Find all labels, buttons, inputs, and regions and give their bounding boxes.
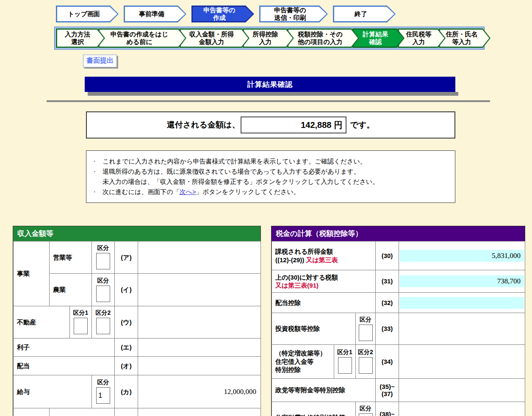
kubun2-field-34 [359, 357, 373, 374]
row-code: (エ) [115, 338, 138, 357]
refund-amount: 142,888 [301, 120, 331, 130]
row-label-38: 住宅耐震改修特別控除等 [272, 402, 356, 416]
kubun-cell: 区分 1 [92, 375, 115, 408]
tax-table-title: 税金の計算（税額控除等） [272, 226, 525, 241]
tab-resident-tax[interactable]: 住民税等 入力 [398, 28, 446, 48]
nav-top-item-top[interactable]: トップ画面 [56, 6, 119, 22]
next-link[interactable]: 次へ> [180, 188, 196, 195]
kubun-cell: 区分1 [70, 306, 92, 338]
refund-summary-box: 還付される金額は、 142,888 円 です。 [86, 111, 455, 139]
table-row: 住宅耐震改修特別控除等 区分 (38)~ (40) [272, 402, 525, 416]
nav-top-item-finish[interactable]: 終了 [333, 6, 396, 22]
row-value-31: 738,700 [399, 270, 525, 293]
table-row: 上の(30)に対する税額 又は第三表(91) (31) 738,700 [272, 270, 525, 293]
table-row: 事業 営業等 区分 (ア) [14, 241, 261, 274]
row-value-nogyo [138, 274, 261, 306]
table-row: （特定増改築等） 住宅借入金等 特別控除 区分1 区分2 (34) [272, 345, 525, 379]
kubun-field-kyuyo: 1 [96, 387, 110, 404]
tab-address-name[interactable]: 住所・氏名 等入力 [439, 28, 490, 48]
note-line: 未入力の場合は、「収入金額・所得金額を修正する」ボタンをクリックして入力してくだ… [86, 177, 451, 187]
table-row: 課税される所得金額 ((12)-(29)) 又は第三表 (30) 5,831,0… [272, 241, 525, 270]
bullet-icon: ・ [86, 156, 103, 166]
row-label-33: 投資税額等控除 [272, 313, 356, 345]
table-row: 不動産 区分1 区分2 (ウ) [14, 306, 261, 338]
row-value-eigyo [138, 241, 261, 274]
row-label-kyuyo: 給与 [14, 375, 92, 408]
refund-amount-box: 142,888 円 [241, 116, 346, 133]
note-line: ・ 退職所得のある方は、既に源泉徴収されている場合であっても入力する必要がありま… [86, 166, 451, 177]
nav-top-label: 申告書等の 作成 [191, 6, 254, 22]
table-row: 配当控除 (32) [272, 293, 525, 313]
kubun-cell: 区分2 [92, 306, 115, 338]
tab-label: 計算結果 確認 [352, 28, 405, 48]
highlighted-amount [400, 297, 524, 309]
row-code: (ウ) [115, 306, 138, 338]
step-tab-band: 入力方法 選択 申告書の作成をはじ める前に 収入金額・所得 金額入力 所得控除… [54, 27, 485, 50]
page-title-bar: 計算結果確認 [85, 77, 455, 96]
row-label-haito: 配当 [14, 357, 115, 375]
kubun-field-nogyo [96, 286, 110, 302]
nav-top-label: トップ画面 [56, 6, 119, 22]
income-table: 事業 営業等 区分 (ア) 農業 区分 (イ) 不動産 [13, 241, 261, 416]
row-code: (カ) [115, 375, 138, 408]
row-label-35: 政党等寄附金等特別控除 [272, 379, 376, 402]
kubun-field-38 [359, 413, 373, 416]
tab-income-deductions[interactable]: 所得控除 入力 [243, 28, 294, 48]
table-row: 配当 (オ) [14, 357, 261, 375]
row-code: (32) [376, 293, 399, 313]
highlighted-amount: 5,831,000 [400, 250, 524, 262]
table-row: 利子 (エ) [14, 338, 261, 357]
row-code: (30) [376, 241, 399, 270]
nav-top-item-create-return[interactable]: 申告書等の 作成 [191, 6, 254, 22]
note-text: 退職所得のある方は、既に源泉徴収されている場合であっても入力する必要があります。 [103, 166, 360, 177]
nav-top-item-preparation[interactable]: 事前準備 [124, 6, 186, 22]
refund-label: 還付される金額は、 [167, 119, 240, 130]
row-code: (オ) [115, 357, 138, 375]
tab-calculation-result[interactable]: 計算結果 確認 [352, 28, 405, 48]
row-label-34: （特定増改築等） 住宅借入金等 特別控除 [272, 345, 334, 379]
row-value-30: 5,831,000 [399, 241, 525, 270]
tab-label: 住民税等 入力 [398, 28, 446, 48]
row-label-nogyo: 農業 [50, 274, 92, 306]
submission-type-badge: 書面提出 [83, 55, 117, 67]
tab-label: 収入金額・所得 金額入力 [180, 28, 249, 48]
row-label-30: 課税される所得金額 ((12)-(29)) 又は第三表 [272, 241, 376, 270]
tax-table: 課税される所得金額 ((12)-(29)) 又は第三表 (30) 5,831,0… [272, 241, 525, 416]
table-row: 農業 区分 (イ) [14, 274, 261, 306]
top-navigation: トップ画面 事前準備 申告書等の 作成 申告書等の 送信・印刷 終了 [56, 6, 532, 22]
nav-top-label: 申告書等の 送信・印刷 [259, 6, 328, 22]
horizontal-divider [47, 100, 490, 102]
kubun1-field-34 [338, 357, 352, 374]
kubun-cell: 区分 [356, 313, 376, 345]
income-table-title: 収入金額等 [13, 226, 260, 241]
tax-table-panel: 税金の計算（税額控除等） 課税される所得金額 ((12)-(29)) 又は第三表… [271, 226, 525, 416]
highlighted-amount: 738,700 [400, 275, 524, 287]
nav-top-label: 事前準備 [124, 6, 186, 22]
tab-tax-credits-other[interactable]: 税額控除・その 他の項目の入力 [287, 28, 359, 48]
table-row: 給与 区分 1 (カ) 12,000,000 [14, 375, 261, 408]
tab-before-starting[interactable]: 申告書の作成をはじ める前に [98, 28, 186, 48]
note-text: これまでに入力された内容から申告書様式で計算結果を表示しています。ご確認ください… [103, 156, 366, 166]
tab-label: 申告書の作成をはじ める前に [98, 28, 186, 48]
row-code: (イ) [115, 274, 138, 306]
red-note: 又は第三表 [306, 256, 338, 263]
tab-label: 税額控除・その 他の項目の入力 [287, 28, 359, 48]
row-label-rishi: 利子 [14, 338, 115, 357]
row-value-32 [399, 293, 525, 313]
category-empty [14, 408, 50, 416]
title-shadow [88, 92, 458, 96]
red-note: 又は第三表(91) [275, 282, 319, 289]
income-table-panel: 収入金額等 事業 営業等 区分 (ア) 農業 区分 [13, 226, 261, 416]
nav-top-item-send-print[interactable]: 申告書等の 送信・印刷 [259, 6, 328, 22]
row-code: (38)~ (40) [376, 402, 399, 416]
tab-input-method[interactable]: 入力方法 選択 [56, 28, 105, 48]
tab-label: 所得控除 入力 [243, 28, 294, 48]
kubun-field-eigyo [96, 253, 110, 269]
note-text: 次に進むには、画面下の「次へ>」ボタンをクリックしてください。 [103, 187, 300, 197]
note-text: 未入力の場合は、「収入金額・所得金額を修正する」ボタンをクリックして入力してくだ… [103, 177, 379, 187]
row-value-33 [399, 313, 525, 345]
row-value-fudosan [138, 306, 261, 338]
tab-income-amounts[interactable]: 収入金額・所得 金額入力 [180, 28, 249, 48]
table-row: 投資税額等控除 区分 (33) [272, 313, 525, 345]
row-value-haito [138, 357, 261, 375]
